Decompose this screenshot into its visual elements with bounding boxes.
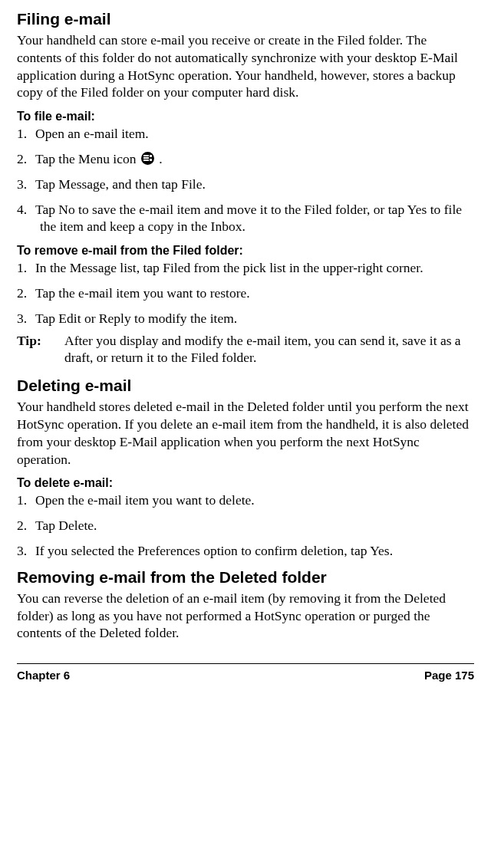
tip-text: After you display and modify the e-mail … <box>64 332 474 367</box>
heading-deleting-email: Deleting e-mail <box>17 376 474 395</box>
step-item: Tap the e-mail item you want to restore. <box>17 284 474 302</box>
intro-filing-email: Your handheld can store e-mail you recei… <box>17 31 474 101</box>
step-item: Tap Message, and then tap File. <box>17 176 474 193</box>
step-text: In the Message list, tap Filed from the … <box>35 260 423 275</box>
step-item: If you selected the Preferences option t… <box>17 542 474 560</box>
tip-label: Tip: <box>17 332 64 367</box>
step-text: If you selected the Preferences option t… <box>35 543 393 558</box>
intro-removing-from-deleted: You can reverse the deletion of an e-mai… <box>17 590 474 642</box>
menu-icon <box>141 152 154 165</box>
step-text-part-b: . <box>156 151 163 166</box>
step-text: Tap Message, and then tap File. <box>35 176 206 192</box>
heading-removing-from-deleted: Removing e-mail from the Deleted folder <box>17 567 474 587</box>
steps-to-delete-email: Open the e-mail item you want to delete.… <box>17 492 474 559</box>
tip-row: Tip: After you display and modify the e-… <box>17 332 474 367</box>
footer-page-number: Page 175 <box>424 669 474 682</box>
step-text: Tap Edit or Reply to modify the item. <box>35 311 237 326</box>
subheading-to-file-email: To file e-mail: <box>17 109 474 123</box>
steps-to-remove-email: In the Message list, tap Filed from the … <box>17 259 474 327</box>
footer-chapter: Chapter 6 <box>17 669 70 682</box>
step-text: Tap the e-mail item you want to restore. <box>35 285 250 301</box>
intro-deleting-email: Your handheld stores deleted e-mail in t… <box>17 398 474 468</box>
step-text-part-a: Tap the Menu icon <box>35 151 140 166</box>
page-footer: Chapter 6 Page 175 <box>17 663 474 695</box>
subheading-to-remove-email: To remove e-mail from the Filed folder: <box>17 243 474 258</box>
step-text: Tap No to save the e-mail item and move … <box>35 202 462 235</box>
step-item: Tap Edit or Reply to modify the item. <box>17 310 474 327</box>
step-item: Open an e-mail item. <box>17 125 474 143</box>
step-item: Open the e-mail item you want to delete. <box>17 492 474 509</box>
subheading-to-delete-email: To delete e-mail: <box>17 475 474 490</box>
step-text: Open the e-mail item you want to delete. <box>35 492 255 508</box>
step-item: Tap Delete. <box>17 517 474 534</box>
step-text: Open an e-mail item. <box>35 126 149 141</box>
steps-to-file-email: Open an e-mail item. Tap the Menu icon .… <box>17 125 474 235</box>
step-item: In the Message list, tap Filed from the … <box>17 259 474 277</box>
step-item: Tap the Menu icon . <box>17 150 474 168</box>
heading-filing-email: Filing e-mail <box>17 9 474 28</box>
step-item: Tap No to save the e-mail item and move … <box>17 201 474 236</box>
step-text: Tap Delete. <box>35 518 97 533</box>
